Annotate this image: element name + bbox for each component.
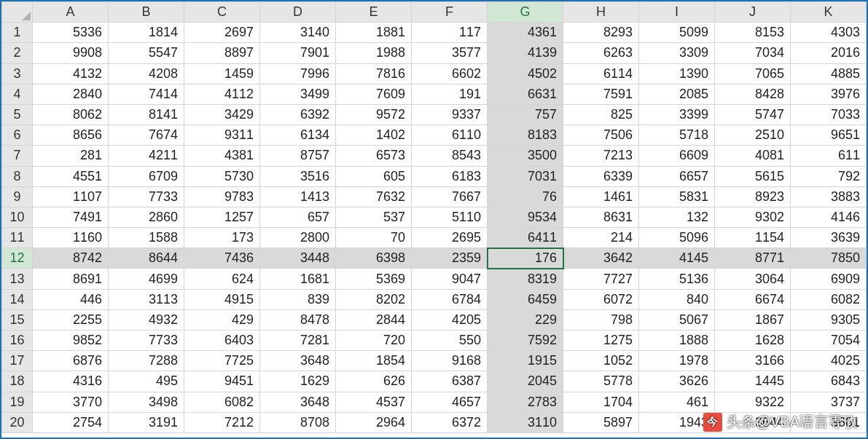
cell-C10[interactable]: 1257 (184, 207, 260, 227)
cell-A17[interactable]: 6876 (33, 351, 109, 371)
cell-G2[interactable]: 4139 (488, 43, 563, 63)
cell-I3[interactable]: 1390 (639, 63, 715, 84)
cell-E15[interactable]: 2844 (336, 309, 412, 330)
cell-A7[interactable]: 281 (33, 146, 109, 166)
cell-K10[interactable]: 4146 (791, 207, 867, 227)
cell-B19[interactable]: 3498 (109, 392, 184, 412)
cell-J13[interactable]: 3064 (715, 269, 791, 289)
cell-G18[interactable]: 2045 (488, 371, 563, 392)
cell-A5[interactable]: 8062 (33, 104, 109, 124)
cell-A13[interactable]: 8691 (33, 269, 109, 289)
cell-H16[interactable]: 1275 (563, 331, 639, 351)
cell-D12[interactable]: 3448 (260, 248, 336, 269)
cell-F16[interactable]: 550 (412, 331, 488, 351)
row-header-16[interactable]: 16 (2, 331, 33, 351)
cell-C2[interactable]: 8897 (184, 43, 260, 63)
cell-K15[interactable]: 9305 (791, 309, 867, 330)
col-header-B[interactable]: B (109, 2, 184, 23)
cell-B16[interactable]: 7733 (109, 331, 184, 351)
cell-F18[interactable]: 6387 (412, 371, 488, 392)
cell-H9[interactable]: 1461 (563, 186, 639, 207)
cell-A14[interactable]: 446 (33, 289, 109, 309)
cell-H8[interactable]: 6339 (563, 166, 639, 186)
cell-A18[interactable]: 4316 (33, 371, 109, 392)
cell-D15[interactable]: 8478 (260, 309, 336, 330)
cell-J17[interactable]: 3166 (715, 351, 791, 371)
cell-C14[interactable]: 4915 (184, 289, 260, 309)
cell-B15[interactable]: 4932 (109, 309, 184, 330)
select-all-corner[interactable] (2, 2, 33, 23)
cell-E18[interactable]: 626 (336, 371, 412, 392)
cell-J6[interactable]: 2510 (715, 125, 791, 146)
cell-F15[interactable]: 4205 (412, 309, 488, 330)
cell-I4[interactable]: 2085 (639, 84, 715, 104)
cell-K8[interactable]: 792 (791, 166, 867, 186)
cell-B17[interactable]: 7288 (109, 351, 184, 371)
cell-C4[interactable]: 4112 (184, 84, 260, 104)
row-header-17[interactable]: 17 (2, 351, 33, 371)
cell-H10[interactable]: 8631 (563, 207, 639, 227)
col-header-G[interactable]: G (488, 2, 563, 23)
cell-J14[interactable]: 6674 (715, 289, 791, 309)
cell-H5[interactable]: 825 (563, 104, 639, 124)
cell-B7[interactable]: 4211 (109, 146, 184, 166)
cell-J1[interactable]: 8153 (715, 23, 791, 43)
cell-F13[interactable]: 9047 (412, 269, 488, 289)
cell-A19[interactable]: 3770 (33, 392, 109, 412)
col-header-F[interactable]: F (412, 2, 488, 23)
cell-I19[interactable]: 461 (639, 392, 715, 412)
cell-J2[interactable]: 7034 (715, 43, 791, 63)
cell-E2[interactable]: 1988 (336, 43, 412, 63)
cell-C19[interactable]: 6082 (184, 392, 260, 412)
cell-H2[interactable]: 6263 (563, 43, 639, 63)
cell-I17[interactable]: 1978 (639, 351, 715, 371)
cell-F8[interactable]: 6183 (412, 166, 488, 186)
cell-D7[interactable]: 8757 (260, 146, 336, 166)
cell-E11[interactable]: 70 (336, 228, 412, 248)
cell-J10[interactable]: 9302 (715, 207, 791, 227)
cell-H7[interactable]: 7213 (563, 146, 639, 166)
cell-C8[interactable]: 5730 (184, 166, 260, 186)
cell-B5[interactable]: 8141 (109, 104, 184, 124)
cell-F3[interactable]: 6602 (412, 63, 488, 84)
cell-F2[interactable]: 3577 (412, 43, 488, 63)
cell-G11[interactable]: 6411 (488, 228, 563, 248)
cell-H15[interactable]: 798 (563, 309, 639, 330)
cell-E16[interactable]: 720 (336, 331, 412, 351)
cell-E10[interactable]: 537 (336, 207, 412, 227)
col-header-C[interactable]: C (184, 2, 260, 23)
row-header-3[interactable]: 3 (2, 63, 33, 84)
cell-I2[interactable]: 3309 (639, 43, 715, 63)
cell-G12[interactable]: 176 (488, 248, 563, 269)
cell-D20[interactable]: 8708 (260, 412, 336, 432)
cell-G15[interactable]: 229 (488, 309, 563, 330)
cell-A1[interactable]: 5336 (33, 23, 109, 43)
cell-D9[interactable]: 1413 (260, 186, 336, 207)
cell-A4[interactable]: 2840 (33, 84, 109, 104)
cell-I6[interactable]: 5718 (639, 125, 715, 146)
cell-A16[interactable]: 9852 (33, 331, 109, 351)
cell-H18[interactable]: 5778 (563, 371, 639, 392)
cell-A15[interactable]: 2255 (33, 309, 109, 330)
cell-B8[interactable]: 6709 (109, 166, 184, 186)
cell-K3[interactable]: 4885 (791, 63, 867, 84)
cell-J3[interactable]: 7065 (715, 63, 791, 84)
row-header-18[interactable]: 18 (2, 371, 33, 392)
cell-K7[interactable]: 611 (791, 146, 867, 166)
cell-C12[interactable]: 7436 (184, 248, 260, 269)
cell-J16[interactable]: 1628 (715, 331, 791, 351)
cell-H19[interactable]: 1704 (563, 392, 639, 412)
cell-B10[interactable]: 2860 (109, 207, 184, 227)
cell-E8[interactable]: 605 (336, 166, 412, 186)
cell-D8[interactable]: 3516 (260, 166, 336, 186)
cell-B3[interactable]: 4208 (109, 63, 184, 84)
row-header-14[interactable]: 14 (2, 289, 33, 309)
cell-G1[interactable]: 4361 (488, 23, 563, 43)
row-header-2[interactable]: 2 (2, 43, 33, 63)
cell-D6[interactable]: 6134 (260, 125, 336, 146)
cell-C18[interactable]: 9451 (184, 371, 260, 392)
cell-F19[interactable]: 4657 (412, 392, 488, 412)
cell-A6[interactable]: 8656 (33, 125, 109, 146)
cell-I13[interactable]: 5136 (639, 269, 715, 289)
row-header-13[interactable]: 13 (2, 269, 33, 289)
